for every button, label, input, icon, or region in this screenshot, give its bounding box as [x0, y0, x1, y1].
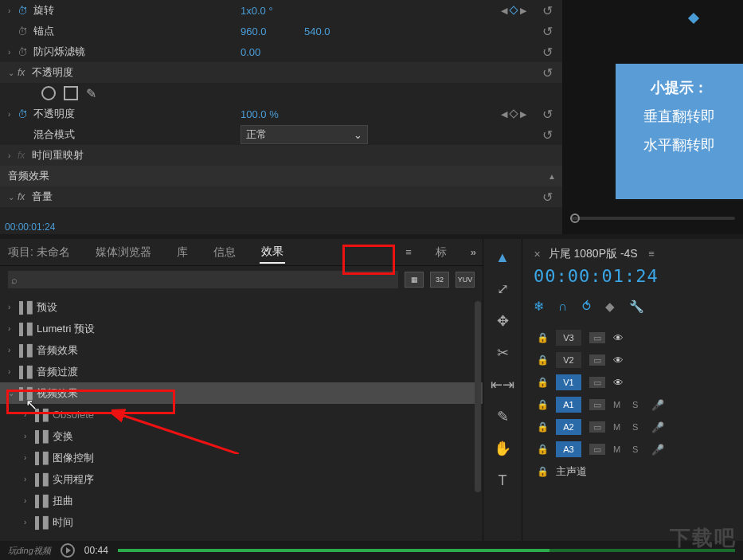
pen-tool-icon[interactable]: ✎ — [492, 406, 513, 427]
lock-icon[interactable]: 🔒 — [537, 399, 548, 410]
ellipse-mask-icon[interactable] — [41, 86, 56, 100]
accel-badge-icon[interactable]: ▦ — [405, 272, 424, 288]
slip-tool-icon[interactable]: ⇤⇥ — [492, 374, 513, 395]
expand-arrow-icon[interactable]: › — [24, 410, 35, 419]
tree-row[interactable]: › ▌▋ 图像控制 — [0, 447, 483, 468]
fx-volume-group[interactable]: ⌄ fx 音量 ↺ — [0, 186, 562, 207]
reset-icon[interactable]: ↺ — [542, 3, 553, 18]
tabs-overflow-icon[interactable]: » — [471, 246, 476, 258]
mic-icon[interactable]: 🎤 — [651, 444, 664, 456]
tree-row[interactable]: › ▌▋ 音频效果 — [0, 339, 483, 361]
expand-arrow-icon[interactable]: › — [8, 346, 19, 354]
kf-next-icon[interactable]: ▶ — [520, 109, 526, 119]
stopwatch-icon[interactable]: ⏱ — [18, 25, 33, 37]
lock-icon[interactable]: 🔒 — [537, 466, 548, 477]
panel-menu-icon[interactable]: ≡ — [648, 248, 655, 260]
expand-arrow-icon[interactable]: › — [8, 303, 19, 311]
reset-icon[interactable]: ↺ — [542, 190, 553, 205]
eye-icon[interactable]: 👁 — [613, 332, 628, 344]
play-button[interactable] — [61, 543, 75, 558]
lock-icon[interactable]: 🔒 — [537, 444, 548, 455]
scrub-handle-icon[interactable] — [570, 213, 580, 223]
track-output-icon[interactable]: ▭ — [589, 444, 605, 455]
track-toggle[interactable]: V1 — [556, 374, 581, 390]
reset-icon[interactable]: ↺ — [542, 107, 553, 122]
reset-icon[interactable]: ↺ — [542, 65, 553, 80]
type-tool-icon[interactable]: T — [492, 470, 513, 491]
yuv-badge-icon[interactable]: YUV — [456, 272, 475, 288]
expand-arrow-icon[interactable]: › — [24, 453, 35, 462]
razor-tool-icon[interactable]: ✂ — [492, 343, 513, 363]
timeline-timecode[interactable]: 00:00:01:24 — [534, 266, 732, 286]
search-input[interactable] — [8, 271, 398, 288]
tab-markers[interactable]: 标 — [434, 242, 448, 263]
mic-icon[interactable]: 🎤 — [651, 399, 664, 411]
tree-row[interactable]: › ▌▋ 时间 — [0, 511, 483, 532]
solo-button[interactable]: S — [632, 400, 643, 409]
mic-icon[interactable]: 🎤 — [651, 421, 664, 433]
monitor-scrubber[interactable] — [570, 217, 735, 220]
tree-row[interactable]: › ▌▋ Obsolete — [0, 404, 483, 425]
audio-fx-header[interactable]: 音频效果 ▲ — [0, 166, 562, 186]
rotation-value[interactable]: 1x0.0 ° — [240, 5, 288, 17]
tab-library[interactable]: 库 — [175, 242, 190, 263]
lock-icon[interactable]: 🔒 — [537, 421, 548, 433]
tab-info[interactable]: 信息 — [212, 242, 237, 263]
settings-icon[interactable]: 🔧 — [629, 300, 644, 314]
expand-arrow-icon[interactable]: › — [8, 324, 19, 333]
kf-prev-icon[interactable]: ◀ — [501, 109, 507, 119]
32bit-badge-icon[interactable]: 32 — [430, 272, 449, 288]
panel-timecode[interactable]: 00:00:01:24 — [5, 221, 55, 233]
link-icon[interactable]: ⥀ — [582, 299, 591, 314]
tab-media-browser[interactable]: 媒体浏览器 — [94, 242, 153, 263]
opacity-value[interactable]: 100.0 % — [240, 108, 288, 120]
eye-icon[interactable]: 👁 — [613, 377, 628, 389]
ripple-tool-icon[interactable]: ✥ — [492, 311, 513, 331]
track-toggle[interactable]: V3 — [556, 330, 581, 346]
antiflicker-value[interactable]: 0.00 — [240, 46, 288, 58]
mute-button[interactable]: M — [613, 400, 624, 409]
hand-tool-icon[interactable]: ✋ — [492, 438, 513, 459]
tree-row[interactable]: › ▌▋ 音频过渡 — [0, 361, 483, 382]
reset-icon[interactable]: ↺ — [542, 24, 553, 39]
tree-row[interactable]: › ▌▋ 扭曲 — [0, 490, 483, 511]
expand-arrow-icon[interactable]: › — [24, 475, 35, 484]
stopwatch-icon[interactable]: ⏱ — [18, 5, 33, 17]
tree-row[interactable]: › ▌▋ 实用程序 — [0, 468, 483, 490]
track-output-icon[interactable]: ▭ — [589, 421, 605, 433]
blend-mode-select[interactable]: 正常 ⌄ — [240, 125, 368, 144]
kf-add-icon[interactable] — [509, 6, 518, 14]
lock-icon[interactable]: 🔒 — [537, 332, 548, 343]
mute-button[interactable]: M — [613, 422, 624, 432]
snap-icon[interactable]: ❄ — [534, 299, 544, 314]
lock-icon[interactable]: 🔒 — [537, 354, 548, 366]
anchor-y[interactable]: 540.0 — [304, 25, 330, 37]
track-output-icon[interactable]: ▭ — [589, 332, 605, 343]
lock-icon[interactable]: 🔒 — [537, 377, 548, 388]
stopwatch-icon[interactable]: ⏱ — [18, 108, 33, 120]
playhead-marker-icon[interactable] — [688, 13, 699, 24]
fx-opacity-group[interactable]: ⌄ fx 不透明度 ↺ — [0, 62, 562, 83]
fx-badge-icon[interactable]: fx — [18, 67, 32, 78]
reset-icon[interactable]: ↺ — [542, 45, 553, 60]
track-toggle[interactable]: A2 — [556, 419, 581, 435]
tab-project[interactable]: 项目: 未命名 — [6, 242, 72, 263]
stopwatch-icon[interactable]: ⏱ — [18, 46, 33, 58]
panel-menu-icon[interactable]: ≡ — [405, 246, 412, 258]
collapse-arrow-icon[interactable]: ⌄ — [8, 69, 18, 77]
anchor-x[interactable]: 960.0 — [240, 25, 288, 37]
track-output-icon[interactable]: ▭ — [589, 399, 605, 410]
track-select-tool-icon[interactable]: ⤢ — [492, 279, 513, 300]
expand-arrow-icon[interactable]: › — [8, 6, 18, 15]
pen-mask-icon[interactable]: ✎ — [86, 86, 100, 100]
tree-row[interactable]: › ▌▋ Lumetri 预设 — [0, 318, 483, 339]
collapse-up-icon[interactable]: ▲ — [548, 172, 556, 181]
expand-arrow-icon[interactable]: › — [8, 110, 18, 119]
track-toggle[interactable]: V2 — [556, 352, 581, 368]
kf-prev-icon[interactable]: ◀ — [501, 6, 507, 16]
scrollbar[interactable] — [475, 301, 481, 492]
fx-timeremap-group[interactable]: › fx 时间重映射 — [0, 145, 562, 166]
expand-arrow-icon[interactable]: › — [8, 367, 19, 376]
magnet-icon[interactable]: ∩ — [558, 300, 568, 314]
expand-arrow-icon[interactable]: › — [8, 48, 18, 57]
